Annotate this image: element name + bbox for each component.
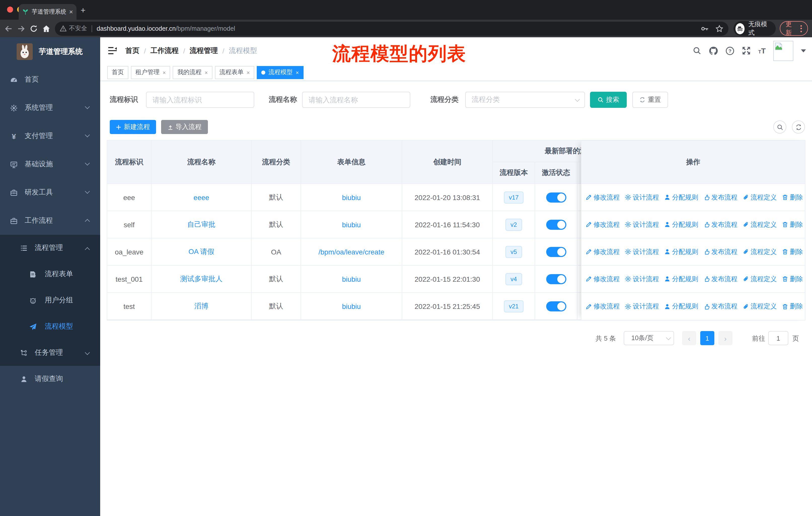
new-tab-button[interactable]: + bbox=[81, 6, 86, 15]
active-toggle[interactable] bbox=[546, 247, 566, 257]
sidebar-item-workflow[interactable]: 工作流程 bbox=[0, 207, 100, 235]
design-model-link[interactable]: 设计流程 bbox=[625, 220, 659, 229]
tag-my-process[interactable]: 我的流程× bbox=[173, 66, 212, 79]
breadcrumb-process-management[interactable]: 流程管理 bbox=[190, 46, 218, 55]
delete-model-link[interactable]: 删除 bbox=[782, 274, 803, 283]
delete-model-link[interactable]: 删除 bbox=[782, 302, 803, 311]
model-name-link[interactable]: 自己审批 bbox=[187, 220, 215, 229]
form-info-link[interactable]: biubiu bbox=[342, 302, 361, 310]
process-category-select[interactable]: 流程分类 bbox=[465, 92, 585, 108]
browser-tab[interactable]: 芋道管理系统 × bbox=[19, 4, 77, 20]
process-definition-link[interactable]: 流程定义 bbox=[743, 274, 777, 283]
assign-rule-link[interactable]: 分配规则 bbox=[664, 193, 698, 202]
goto-page-input[interactable] bbox=[768, 331, 788, 345]
form-info-link[interactable]: /bpm/oa/leave/create bbox=[318, 248, 384, 256]
assign-rule-link[interactable]: 分配规则 bbox=[664, 274, 698, 283]
edit-model-link[interactable]: 修改流程 bbox=[585, 193, 620, 202]
bookmark-star-icon[interactable] bbox=[715, 24, 723, 32]
model-name-link[interactable]: OA 请假 bbox=[188, 247, 214, 256]
forward-icon[interactable] bbox=[17, 24, 25, 32]
refresh-button[interactable] bbox=[792, 120, 805, 134]
create-process-button[interactable]: 新建流程 bbox=[110, 120, 156, 134]
fullscreen-icon[interactable] bbox=[742, 46, 751, 55]
process-id-input[interactable] bbox=[146, 92, 254, 108]
hamburger-icon[interactable] bbox=[108, 47, 117, 54]
design-model-link[interactable]: 设计流程 bbox=[625, 247, 659, 256]
font-size-icon[interactable]: TT bbox=[758, 46, 766, 55]
home-icon[interactable] bbox=[42, 24, 50, 32]
deploy-model-link[interactable]: 发布流程 bbox=[703, 302, 737, 311]
edit-model-link[interactable]: 修改流程 bbox=[585, 220, 620, 229]
avatar[interactable] bbox=[773, 40, 793, 61]
active-toggle[interactable] bbox=[546, 192, 566, 202]
sidebar-item-leave-query[interactable]: 请假查询 bbox=[0, 366, 100, 392]
tag-home[interactable]: 首页 bbox=[107, 66, 128, 79]
import-process-button[interactable]: 导入流程 bbox=[161, 120, 208, 134]
tag-process-model[interactable]: 流程模型× bbox=[257, 66, 303, 79]
help-icon[interactable]: ? bbox=[726, 46, 735, 55]
breadcrumb-workflow[interactable]: 工作流程 bbox=[150, 46, 179, 55]
sidebar-item-dev-tools[interactable]: 研发工具 bbox=[0, 179, 100, 207]
deploy-model-link[interactable]: 发布流程 bbox=[703, 274, 737, 283]
active-toggle[interactable] bbox=[546, 274, 566, 284]
process-name-input[interactable] bbox=[302, 92, 410, 108]
breadcrumb-home[interactable]: 首页 bbox=[125, 46, 140, 55]
url-bar[interactable]: 不安全 dashboard.yudao.iocoder.cn/bpm/manag… bbox=[55, 21, 728, 35]
design-model-link[interactable]: 设计流程 bbox=[625, 274, 659, 283]
model-name-link[interactable]: 测试多审批人 bbox=[180, 274, 223, 283]
tag-tenant-management[interactable]: 租户管理× bbox=[131, 66, 170, 79]
form-info-link[interactable]: biubiu bbox=[342, 275, 361, 283]
security-label[interactable]: 不安全 bbox=[69, 24, 87, 33]
sidebar-item-process-model[interactable]: 流程模型 bbox=[0, 314, 100, 340]
design-model-link[interactable]: 设计流程 bbox=[625, 302, 659, 311]
delete-model-link[interactable]: 删除 bbox=[782, 193, 803, 202]
browser-menu-icon[interactable] bbox=[801, 25, 802, 32]
active-toggle[interactable] bbox=[546, 301, 566, 311]
show-search-button[interactable] bbox=[773, 120, 786, 134]
search-icon[interactable] bbox=[693, 46, 701, 55]
next-page-button[interactable]: › bbox=[718, 331, 732, 345]
process-definition-link[interactable]: 流程定义 bbox=[743, 247, 777, 256]
close-window-button[interactable] bbox=[7, 6, 13, 12]
assign-rule-link[interactable]: 分配规则 bbox=[664, 220, 698, 229]
deploy-model-link[interactable]: 发布流程 bbox=[703, 247, 737, 256]
model-name-link[interactable]: eeee bbox=[194, 193, 209, 201]
sidebar-item-infrastructure[interactable]: 基础设施 bbox=[0, 150, 100, 179]
close-icon[interactable]: × bbox=[163, 69, 166, 75]
tab-close-icon[interactable]: × bbox=[69, 8, 73, 16]
edit-model-link[interactable]: 修改流程 bbox=[585, 302, 620, 311]
reset-button[interactable]: 重置 bbox=[632, 92, 668, 108]
github-icon[interactable] bbox=[709, 46, 718, 55]
tag-process-form[interactable]: 流程表单× bbox=[215, 66, 255, 79]
form-info-link[interactable]: biubiu bbox=[342, 193, 361, 201]
delete-model-link[interactable]: 删除 bbox=[782, 247, 803, 256]
search-button[interactable]: 搜索 bbox=[590, 92, 627, 108]
key-icon[interactable] bbox=[701, 24, 709, 32]
deploy-model-link[interactable]: 发布流程 bbox=[703, 220, 737, 229]
edit-model-link[interactable]: 修改流程 bbox=[585, 274, 620, 283]
sidebar-item-payment[interactable]: ¥ 支付管理 bbox=[0, 122, 100, 150]
close-icon[interactable]: × bbox=[247, 69, 250, 75]
reload-icon[interactable] bbox=[30, 24, 38, 32]
sidebar-item-process-management[interactable]: 流程管理 bbox=[0, 235, 100, 261]
sidebar-item-process-form[interactable]: 流程表单 bbox=[0, 261, 100, 287]
browser-update-button[interactable]: 更新 bbox=[780, 21, 808, 36]
assign-rule-link[interactable]: 分配规则 bbox=[664, 247, 698, 256]
active-toggle[interactable] bbox=[546, 219, 566, 229]
form-info-link[interactable]: biubiu bbox=[342, 220, 361, 228]
assign-rule-link[interactable]: 分配规则 bbox=[664, 302, 698, 311]
close-icon[interactable]: × bbox=[205, 69, 208, 75]
page-size-select[interactable]: 10条/页 bbox=[624, 331, 674, 345]
logo[interactable]: 芋道管理系统 bbox=[0, 37, 100, 65]
process-definition-link[interactable]: 流程定义 bbox=[743, 302, 777, 311]
design-model-link[interactable]: 设计流程 bbox=[625, 193, 659, 202]
delete-model-link[interactable]: 删除 bbox=[782, 220, 803, 229]
page-1-button[interactable]: 1 bbox=[700, 331, 714, 345]
process-definition-link[interactable]: 流程定义 bbox=[743, 193, 777, 202]
deploy-model-link[interactable]: 发布流程 bbox=[703, 193, 737, 202]
back-icon[interactable] bbox=[4, 24, 12, 32]
sidebar-item-user-group[interactable]: 用户分组 bbox=[0, 287, 100, 314]
close-icon[interactable]: × bbox=[296, 69, 299, 75]
avatar-caret-icon[interactable] bbox=[801, 49, 806, 52]
model-name-link[interactable]: 滔博 bbox=[194, 302, 208, 311]
